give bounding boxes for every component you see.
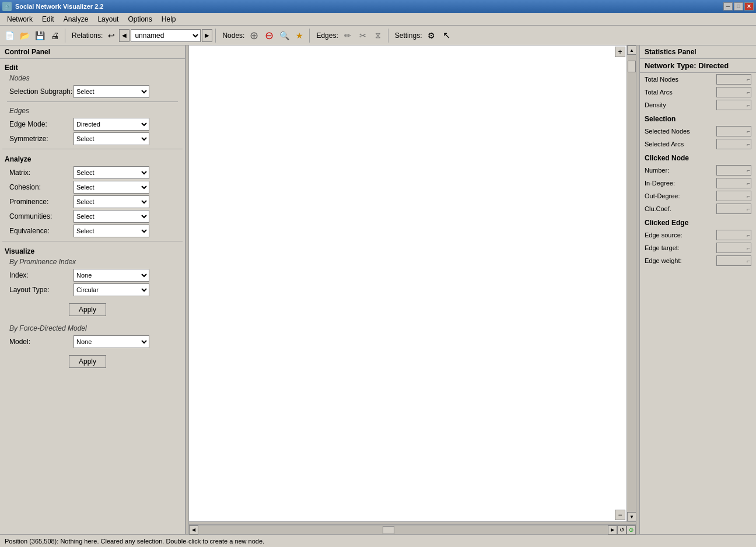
draw-edge-button[interactable]: ✏ (341, 29, 355, 43)
relations-select[interactable]: unnamed (131, 29, 201, 42)
symmetrize-label: Symmetrize: (9, 135, 74, 143)
model-select[interactable]: None (74, 335, 149, 348)
edit-section: Edit Nodes Selection Subgraph: Select Ed… (5, 61, 180, 145)
menu-bar: Network Edit Analyze Layout Options Help (0, 13, 756, 26)
total-arcs-row: Total Arcs (640, 86, 756, 99)
add-node-button[interactable]: ⊕ (247, 29, 261, 43)
cohesion-row: Cohesion: Select (5, 181, 180, 194)
selected-nodes-value (716, 126, 751, 136)
vscroll-up-button[interactable]: ▲ (627, 45, 636, 55)
title-bar: 🔗 Social Network Visualizer 2.2 ─ □ ✕ (0, 0, 756, 13)
new-file-button[interactable]: 📄 (2, 29, 16, 43)
open-file-button[interactable]: 📂 (18, 29, 32, 43)
vscroll-track[interactable] (627, 55, 636, 512)
close-button[interactable]: ✕ (744, 2, 754, 10)
density-row: Density (640, 99, 756, 111)
maximize-button[interactable]: □ (734, 2, 743, 10)
toolbar-separator-4 (388, 29, 388, 43)
vscroll-down-button[interactable]: ▼ (627, 512, 636, 521)
number-label: Number: (645, 167, 716, 174)
symmetrize-row: Symmetrize: Select (5, 132, 180, 145)
menu-analyze[interactable]: Analyze (59, 14, 93, 24)
remove-node-button[interactable]: ⊖ (262, 29, 276, 43)
edge-target-label: Edge target: (645, 244, 716, 251)
total-nodes-value (716, 74, 751, 85)
settings-label: Settings: (395, 31, 422, 40)
out-degree-row: Out-Degree: (640, 190, 756, 202)
edges-label: Edges: (316, 31, 338, 40)
communities-label: Communities: (9, 212, 74, 220)
clu-coef-label: Clu.Coef. (645, 205, 716, 212)
apply-prominence-button[interactable]: Apply (69, 303, 106, 316)
hscroll-thumb[interactable] (383, 526, 394, 534)
selected-nodes-row: Selected Nodes (640, 125, 756, 138)
zoom-in-button[interactable]: + (615, 47, 625, 57)
app-icon: 🔗 (2, 2, 12, 11)
network-type-label: Network Type: Directed (640, 59, 756, 73)
communities-row: Communities: Select (5, 210, 180, 223)
out-degree-label: Out-Degree: (645, 192, 716, 199)
prominence-select[interactable]: Select (74, 195, 149, 208)
filter-edge-button[interactable]: ⧖ (371, 29, 385, 43)
selection-subgraph-label: Selection Subgraph: (9, 87, 74, 96)
relations-prev-button[interactable]: ◀ (119, 29, 130, 42)
print-button[interactable]: 🖨 (48, 29, 62, 43)
menu-network[interactable]: Network (2, 14, 37, 24)
matrix-label: Matrix: (9, 169, 74, 177)
minimize-button[interactable]: ─ (723, 2, 733, 10)
communities-select[interactable]: Select (74, 210, 149, 223)
save-file-button[interactable]: 💾 (33, 29, 47, 43)
network-canvas[interactable] (189, 45, 626, 521)
in-degree-label: In-Degree: (645, 180, 716, 187)
status-bar: Position (365,508): Nothing here. Cleare… (0, 534, 756, 547)
in-degree-value (716, 178, 751, 188)
analyze-label: Analyze (5, 153, 180, 164)
menu-edit[interactable]: Edit (37, 14, 59, 24)
hscroll-left-button[interactable]: ◀ (189, 525, 198, 535)
menu-layout[interactable]: Layout (93, 14, 123, 24)
symmetrize-select[interactable]: Select (74, 132, 149, 145)
edge-mode-label: Edge Mode: (9, 120, 74, 128)
total-nodes-row: Total Nodes (640, 73, 756, 86)
matrix-row: Matrix: Select (5, 166, 180, 179)
status-text: Position (365,508): Nothing here. Cleare… (5, 538, 264, 545)
matrix-select[interactable]: Select (74, 166, 149, 179)
zoom-reset-button[interactable]: ↺ (617, 525, 626, 535)
vscroll-thumb[interactable] (628, 61, 636, 72)
edge-mode-select[interactable]: Directed Undirected (74, 118, 149, 131)
star-node-button[interactable]: ★ (292, 29, 306, 43)
layout-type-row: Layout Type: Circular (5, 283, 180, 296)
edge-source-label: Edge source: (645, 232, 716, 239)
cut-edge-button[interactable]: ✂ (356, 29, 370, 43)
relations-next-button[interactable]: ▶ (202, 29, 212, 42)
hscroll-track[interactable] (198, 525, 608, 534)
vertical-scrollbar[interactable]: ▲ ▼ (626, 45, 636, 521)
selection-subgraph-select[interactable]: Select (74, 85, 149, 98)
settings-gear-button[interactable]: ⚙ (424, 29, 438, 43)
total-arcs-label: Total Arcs (645, 89, 716, 96)
index-select[interactable]: None (74, 269, 149, 282)
nodes-label: Nodes: (222, 31, 244, 40)
canvas-container: + − (189, 45, 626, 521)
zoom-out-button[interactable]: − (615, 510, 625, 520)
help-pointer-button[interactable]: ↖ (439, 29, 453, 43)
cohesion-select[interactable]: Select (74, 181, 149, 194)
selection-section-title: Selection (640, 111, 756, 125)
layout-type-select[interactable]: Circular (74, 283, 149, 296)
find-node-button[interactable]: 🔍 (277, 29, 291, 43)
apply-force-button[interactable]: Apply (69, 355, 106, 368)
hscroll-right-button[interactable]: ▶ (608, 525, 617, 535)
model-label: Model: (9, 338, 74, 346)
edges-subsection-label: Edges (5, 106, 180, 116)
zoom-fit-button[interactable]: ⊙ (626, 525, 636, 535)
prominence-row: Prominence: Select (5, 195, 180, 208)
equivalence-row: Equivalence: Select (5, 225, 180, 237)
density-label: Density (645, 101, 716, 108)
visualize-section: Visualize By Prominence Index Index: Non… (5, 245, 180, 370)
menu-help[interactable]: Help (157, 14, 181, 24)
edge-target-row: Edge target: (640, 241, 756, 254)
clicked-edge-section-title: Clicked Edge (640, 215, 756, 229)
horizontal-scrollbar[interactable]: ◀ ▶ ↺ ⊙ (189, 525, 636, 534)
equivalence-select[interactable]: Select (74, 225, 149, 237)
menu-options[interactable]: Options (123, 14, 156, 24)
